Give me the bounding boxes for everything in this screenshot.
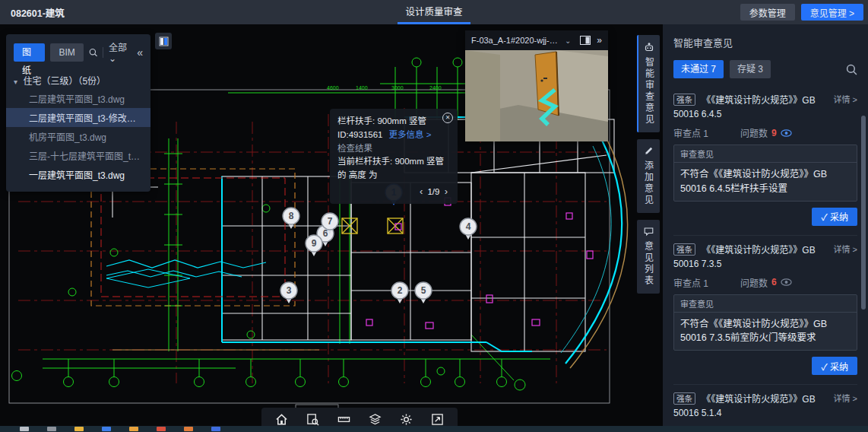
tab-doubtful[interactable]: 存疑 3 [730,60,771,78]
tab-add-opinion[interactable]: 添加意见 [637,139,660,213]
review-point: 审查点 1 [673,126,708,139]
issues-label: 问题数 [740,126,768,139]
model-filename: F-03a_A-1#2020-wjj-0824.gfc [471,36,561,45]
panel-toggle-button[interactable] [155,33,172,49]
svg-text:1400: 1400 [356,85,368,91]
check-result-label: 检查结果 [337,142,450,156]
tree-item-selected[interactable]: 二层建筑平面图_t3-修改（埋错门，窗... [6,108,150,127]
mandatory-badge: 强条 [673,243,695,256]
next-page-icon[interactable]: › [442,186,450,197]
divider [103,47,103,58]
settings-gear-icon[interactable] [400,413,413,426]
opinion-box: 审查意见 不符合《《建筑设计防火规范》》GB 50016 7.3.5前室防火门等… [673,294,857,351]
taskbar-app-icon[interactable] [47,427,56,431]
split-view-icon[interactable] [580,36,591,45]
tab-design-quality-review[interactable]: 设计质量审查 [398,0,470,24]
check-icon: ✓ [821,212,827,223]
taskbar-app-icon[interactable] [74,427,84,431]
tree-item[interactable]: 机房平面图_t3.dwg [6,127,150,146]
svg-text:3: 3 [287,285,292,296]
tree-item-active[interactable]: 一层建筑平面图_t3.dwg [6,165,150,184]
os-taskbar[interactable] [0,426,868,432]
pencil-icon [644,146,654,156]
svg-text:4600: 4600 [327,85,339,91]
filter-dropdown[interactable]: 全部 ⌄ [109,40,131,64]
home-icon[interactable] [275,413,288,426]
taskbar-app-icon[interactable] [129,427,138,431]
cad-canvas[interactable]: 46001400300024008001300 123456789 图纸 BIM… [0,24,663,432]
accept-button[interactable]: ✓ 采纳 [812,357,857,375]
mandatory-badge: 强条 [673,94,695,106]
tab-smart-review[interactable]: 智能审查意见 [637,35,660,132]
prev-page-icon[interactable]: ‹ [417,186,425,197]
svg-text:2: 2 [398,285,403,296]
tab-drawings[interactable]: 图纸 [14,43,45,62]
chevron-down-icon[interactable]: ⌄ [565,37,571,45]
viewer-header: F-03a_A-1#2020-wjj-0824.gfc ⌄ » [465,30,608,50]
svg-text:4: 4 [466,221,471,232]
opinion-text: 不符合《《建筑设计防火规范》》GB 50016 7.3.5前室防火门等级要求 [674,313,857,351]
topbar-tabs: 设计质量审查 [0,0,868,24]
taskbar-app-icon[interactable] [184,427,193,431]
accept-button[interactable]: ✓ 采纳 [812,208,857,226]
tooltip-title: 栏杆扶手: 900mm 竖管 [337,115,450,129]
fullscreen-icon[interactable] [431,413,444,426]
layers-icon[interactable] [369,413,382,426]
chevron-down-icon: ⌄ [109,53,116,64]
search-icon[interactable] [846,64,857,75]
close-icon[interactable]: ✕ [442,113,453,123]
svg-text:9: 9 [312,238,317,249]
tab-opinion-list[interactable]: 意见列表 [637,220,660,294]
eye-icon[interactable] [781,278,792,286]
taskbar-app-icon[interactable] [102,427,111,431]
taskbar-app-icon[interactable] [20,427,29,431]
expand-viewer-icon[interactable]: » [597,35,602,46]
sidebar-tab-strip: 智能审查意见 添加意见 意见列表 [637,35,660,294]
tree-group[interactable]: ▾ 住宅（三级）（5份） [6,71,150,89]
check-result-text: 当前栏杆扶手: 900mm 竖管的 高度 为 [337,155,450,183]
search-icon[interactable] [89,47,97,58]
measure-icon[interactable] [337,413,350,426]
panel-toggle-icon [159,37,169,46]
detail-link[interactable]: 详情 > [834,392,857,405]
smart-review-sidebar: 智能审查意见 未通过 7 存疑 3 详情 > 强条 《《建筑设计防火规范》》GB… [663,24,868,432]
model-viewer-3d[interactable]: F-03a_A-1#2020-wjj-0824.gfc ⌄ » [465,30,608,141]
issue-tooltip: ✕ 栏杆扶手: 900mm 竖管 ID:4931561更多信息 > 检查结果 当… [330,109,458,204]
review-card: 详情 > 强条 《《建筑设计防火规范》》GB 50016 7.3.5 审查点 1… [673,235,857,385]
issues-label: 问题数 [740,276,768,289]
review-card: 详情 > 强条 《《建筑设计防火规范》》GB 50016 5.1.4 审查点 1… [673,384,857,432]
review-card-list: 详情 > 强条 《《建筑设计防火规范》》GB 50016 6.4.5 审查点 1… [663,86,868,432]
tree-caret-icon: ▾ [14,78,17,86]
svg-text:7: 7 [328,216,333,227]
opinion-label: 审查意见 [674,295,857,313]
opinion-label: 审查意见 [674,145,857,163]
model-3d-scene[interactable] [465,50,608,141]
review-card: 详情 > 强条 《《建筑设计防火规范》》GB 50016 6.4.5 审查点 1… [673,86,857,235]
svg-text:3000: 3000 [391,85,404,91]
more-info-link[interactable]: 更多信息 > [388,130,431,139]
svg-text:5: 5 [421,285,426,296]
svg-text:2400: 2400 [429,85,442,91]
check-icon: ✓ [821,362,827,373]
taskbar-app-icon[interactable] [157,427,166,431]
sidebar-title: 智能审查意见 [663,24,868,52]
active-tab-underline [398,22,470,24]
main-area: 46001400300024008001300 123456789 图纸 BIM… [0,24,868,432]
sidebar-scrollbar[interactable] [861,116,866,310]
view-search-icon[interactable] [306,413,319,426]
mandatory-badge: 强条 [673,392,695,405]
tree-item[interactable]: 二层建筑平面图_t3.dwg [6,89,150,108]
detail-link[interactable]: 详情 > [834,94,857,106]
tab-bim[interactable]: BIM [50,43,83,62]
svg-text:6: 6 [323,228,328,239]
page-indicator: 1/9 [427,187,439,196]
eye-icon[interactable] [781,129,792,137]
collapse-panel-icon[interactable]: « [137,46,143,59]
tree-item[interactable]: 三层-十七层建筑平面图_t3.dwg [6,146,150,165]
taskbar-app-icon[interactable] [211,427,220,431]
ai-review-icon [644,42,654,52]
opinion-box: 审查意见 不符合《《建筑设计防火规范》》GB 50016 6.4.5栏杆扶手设置 [673,145,857,202]
element-id: ID:4931561 [337,130,382,139]
detail-link[interactable]: 详情 > [834,243,857,256]
tab-failed[interactable]: 未通过 7 [673,60,724,78]
